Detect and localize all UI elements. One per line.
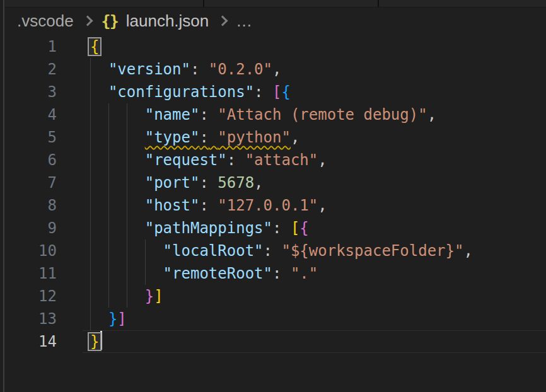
code-text: "name": "Attach (remote debug)", [90, 103, 436, 126]
code-line[interactable]: 7 "port": 5678, [0, 171, 546, 194]
code-line[interactable]: 3 "configurations": [{ [0, 81, 546, 103]
code-text: "type": "python", [90, 126, 299, 149]
code-token: "pathMappings" [145, 219, 272, 237]
code-token [264, 83, 272, 101]
code-token [90, 174, 145, 192]
code-token: "localRoot" [163, 242, 264, 260]
code-line[interactable]: 13 }] [0, 308, 546, 330]
chevron-right-icon [82, 16, 93, 26]
code-text: "host": "127.0.0.1", [90, 194, 327, 217]
line-number[interactable]: 9 [0, 217, 57, 239]
code-token: "port" [145, 174, 200, 192]
tab-separator [378, 0, 379, 7]
code-token: "remoteRoot" [163, 265, 272, 282]
code-token: : [190, 61, 199, 78]
code-token: 5678 [218, 174, 254, 192]
line-number[interactable]: 12 [0, 285, 57, 308]
code-token [90, 151, 145, 169]
code-editor-area[interactable]: 1{2 "version": "0.2.0",3 "configurations… [0, 35, 546, 353]
line-number[interactable]: 3 [0, 81, 57, 103]
bracket-match-highlight: } [90, 333, 99, 350]
code-token: } [145, 287, 154, 305]
code-token: "attach" [245, 151, 318, 169]
code-token: [ [272, 83, 281, 101]
breadcrumb-folder[interactable]: .vscode [17, 11, 74, 31]
breadcrumb-file[interactable]: launch.json [126, 11, 209, 31]
code-token: "request" [145, 151, 227, 169]
code-token: : [199, 106, 208, 124]
chevron-right-icon [218, 16, 228, 26]
code-token: : [272, 219, 281, 237]
code-text: }] [90, 308, 127, 330]
bracket-match-highlight: { [90, 38, 99, 55]
code-token [209, 129, 218, 146]
line-number[interactable]: 10 [0, 239, 57, 262]
code-token [90, 129, 145, 146]
line-number[interactable]: 13 [0, 308, 57, 330]
line-number[interactable]: 5 [0, 126, 57, 149]
code-text: "request": "attach", [90, 149, 327, 171]
warning-squiggle: "type": "python" [145, 129, 291, 146]
code-token: "name" [145, 106, 200, 124]
code-line[interactable]: 11 "remoteRoot": "." [0, 262, 546, 285]
code-token: "Attach (remote debug)" [218, 106, 427, 124]
code-token: : [272, 265, 281, 282]
line-number[interactable]: 1 [0, 35, 57, 58]
code-line[interactable]: 4 "name": "Attach (remote debug)", [0, 103, 546, 126]
code-text: "configurations": [{ [90, 81, 291, 103]
code-line[interactable]: 9 "pathMappings": [{ [0, 217, 546, 239]
code-text: "version": "0.2.0", [90, 58, 281, 81]
code-token: , [254, 174, 263, 192]
code-token: "python" [218, 129, 291, 146]
vscode-editor-window: .vscode {} launch.json ... 1{2 "version"… [0, 0, 546, 392]
code-token: , [291, 129, 299, 146]
line-number[interactable]: 8 [0, 194, 57, 217]
code-token [236, 151, 245, 169]
code-token: "." [291, 265, 318, 282]
code-token: , [463, 242, 472, 260]
code-token: : [199, 174, 208, 192]
current-line-highlight [83, 330, 546, 353]
line-number[interactable]: 4 [0, 103, 57, 126]
line-number[interactable]: 2 [0, 58, 57, 81]
code-text: "remoteRoot": "." [90, 262, 318, 285]
code-token [281, 219, 290, 237]
code-token: : [264, 242, 272, 260]
code-token [90, 83, 108, 101]
code-token: , [272, 61, 281, 78]
code-token [209, 174, 218, 192]
code-line[interactable]: 6 "request": "attach", [0, 149, 546, 171]
code-text: "pathMappings": [{ [90, 217, 309, 239]
code-text: } [90, 330, 102, 353]
json-braces-icon: {} [102, 12, 118, 30]
code-token [90, 106, 145, 124]
code-token: { [281, 83, 290, 101]
breadcrumb-symbol-ellipsis[interactable]: ... [236, 11, 252, 31]
code-text: { [90, 35, 99, 58]
code-line[interactable]: 8 "host": "127.0.0.1", [0, 194, 546, 217]
tab-separator [203, 0, 204, 7]
code-token: , [427, 106, 436, 124]
code-token [209, 106, 218, 124]
code-token [209, 197, 218, 214]
line-number[interactable]: 7 [0, 171, 57, 194]
code-line[interactable]: 12 }] [0, 285, 546, 308]
line-number[interactable]: 14 [0, 330, 57, 353]
code-token [90, 287, 145, 305]
code-token: : [199, 129, 208, 146]
code-line[interactable]: 14} [0, 330, 546, 353]
line-number[interactable]: 11 [0, 262, 57, 285]
code-token: "host" [145, 197, 200, 214]
code-line[interactable]: 10 "localRoot": "${workspaceFolder}", [0, 239, 546, 262]
line-number[interactable]: 6 [0, 149, 57, 171]
code-line[interactable]: 2 "version": "0.2.0", [0, 58, 546, 81]
code-line[interactable]: 5 "type": "python", [0, 126, 546, 149]
code-text: "port": 5678, [90, 171, 264, 194]
code-token: : [199, 197, 208, 214]
code-text: }] [90, 285, 163, 308]
code-token [90, 61, 108, 78]
tab-bar[interactable] [5, 0, 546, 8]
code-token [199, 61, 208, 78]
code-token: : [254, 83, 263, 101]
code-line[interactable]: 1{ [0, 35, 546, 58]
